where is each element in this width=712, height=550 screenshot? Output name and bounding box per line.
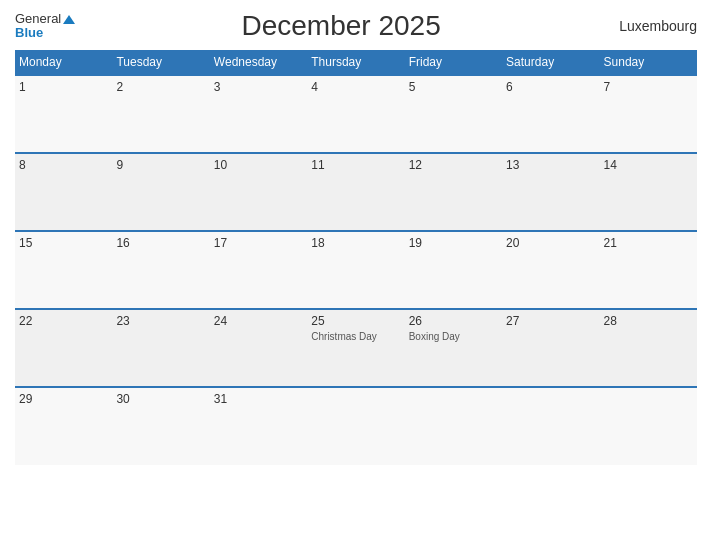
weekday-header-row: Monday Tuesday Wednesday Thursday Friday… [15,50,697,75]
calendar-cell: 28 [600,309,697,387]
calendar-cell: 14 [600,153,697,231]
logo: General Blue [15,12,75,41]
day-number: 14 [604,158,693,172]
calendar-cell: 11 [307,153,404,231]
calendar-cell [502,387,599,465]
day-number: 6 [506,80,595,94]
calendar-cell: 21 [600,231,697,309]
calendar-title: December 2025 [75,10,607,42]
calendar-cell [405,387,502,465]
day-number: 5 [409,80,498,94]
calendar-cell: 20 [502,231,599,309]
day-number: 8 [19,158,108,172]
day-number: 7 [604,80,693,94]
calendar-week-row: 891011121314 [15,153,697,231]
calendar-cell: 4 [307,75,404,153]
day-number: 21 [604,236,693,250]
calendar-cell: 13 [502,153,599,231]
calendar-week-row: 15161718192021 [15,231,697,309]
calendar-cell: 1 [15,75,112,153]
day-number: 13 [506,158,595,172]
weekday-thursday: Thursday [307,50,404,75]
calendar-table: Monday Tuesday Wednesday Thursday Friday… [15,50,697,465]
calendar-page: General Blue December 2025 Luxembourg Mo… [0,0,712,550]
calendar-week-row: 1234567 [15,75,697,153]
calendar-cell: 23 [112,309,209,387]
logo-text: General Blue [15,12,75,41]
calendar-cell: 8 [15,153,112,231]
calendar-cell: 22 [15,309,112,387]
day-number: 10 [214,158,303,172]
holiday-label: Boxing Day [409,330,498,343]
day-number: 23 [116,314,205,328]
day-number: 31 [214,392,303,406]
calendar-cell: 6 [502,75,599,153]
day-number: 3 [214,80,303,94]
day-number: 30 [116,392,205,406]
day-number: 12 [409,158,498,172]
day-number: 18 [311,236,400,250]
weekday-saturday: Saturday [502,50,599,75]
day-number: 27 [506,314,595,328]
calendar-cell: 15 [15,231,112,309]
day-number: 17 [214,236,303,250]
day-number: 29 [19,392,108,406]
day-number: 2 [116,80,205,94]
calendar-cell [600,387,697,465]
logo-blue-text: Blue [15,26,75,40]
weekday-wednesday: Wednesday [210,50,307,75]
day-number: 1 [19,80,108,94]
day-number: 24 [214,314,303,328]
weekday-friday: Friday [405,50,502,75]
calendar-cell: 16 [112,231,209,309]
day-number: 9 [116,158,205,172]
calendar-cell: 3 [210,75,307,153]
calendar-cell: 29 [15,387,112,465]
header: General Blue December 2025 Luxembourg [15,10,697,42]
day-number: 22 [19,314,108,328]
calendar-week-row: 22232425Christmas Day26Boxing Day2728 [15,309,697,387]
day-number: 28 [604,314,693,328]
calendar-cell: 25Christmas Day [307,309,404,387]
calendar-cell: 7 [600,75,697,153]
day-number: 26 [409,314,498,328]
calendar-cell: 5 [405,75,502,153]
calendar-cell: 12 [405,153,502,231]
day-number: 25 [311,314,400,328]
country-label: Luxembourg [607,18,697,34]
day-number: 4 [311,80,400,94]
day-number: 19 [409,236,498,250]
calendar-cell: 2 [112,75,209,153]
calendar-cell: 31 [210,387,307,465]
holiday-label: Christmas Day [311,330,400,343]
day-number: 20 [506,236,595,250]
calendar-cell: 30 [112,387,209,465]
weekday-monday: Monday [15,50,112,75]
calendar-cell: 18 [307,231,404,309]
calendar-cell: 24 [210,309,307,387]
calendar-cell [307,387,404,465]
weekday-tuesday: Tuesday [112,50,209,75]
calendar-cell: 10 [210,153,307,231]
weekday-sunday: Sunday [600,50,697,75]
calendar-cell: 19 [405,231,502,309]
logo-general-text: General [15,12,61,26]
calendar-cell: 26Boxing Day [405,309,502,387]
day-number: 11 [311,158,400,172]
day-number: 15 [19,236,108,250]
calendar-week-row: 293031 [15,387,697,465]
logo-triangle-icon [63,15,75,24]
day-number: 16 [116,236,205,250]
calendar-cell: 27 [502,309,599,387]
calendar-cell: 17 [210,231,307,309]
calendar-cell: 9 [112,153,209,231]
